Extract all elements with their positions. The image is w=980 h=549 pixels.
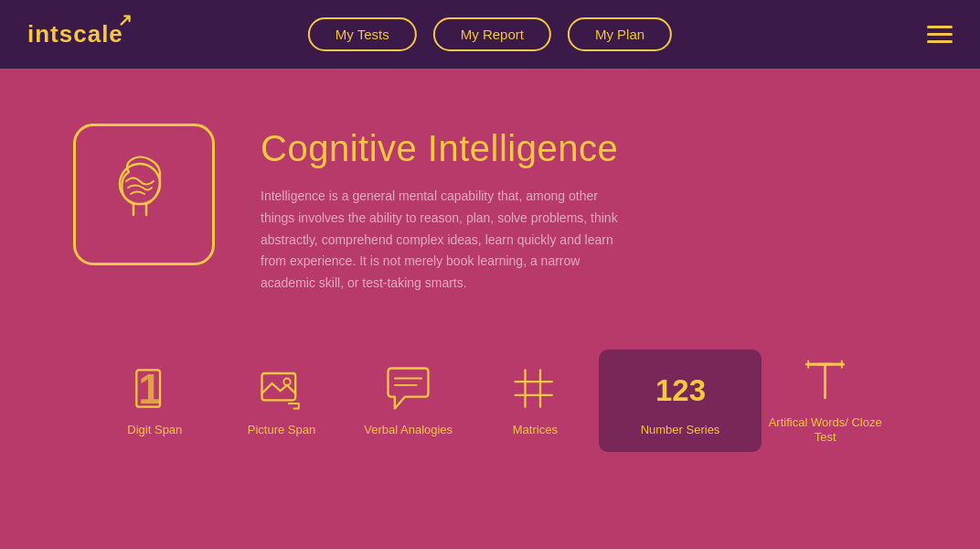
number-series-label: Number Series [641,423,720,438]
verbal-analogies-label: Verbal Analogies [364,423,453,438]
hamburger-line-1 [927,26,953,28]
my-tests-button[interactable]: My Tests [308,17,417,51]
artificial-words-label: Artifical Words/ Cloze Test [762,415,889,447]
logo-arrow-icon [118,13,134,29]
hamburger-line-2 [927,33,953,36]
main-content: Cognitive Intelligence Intelligence is a… [0,69,980,489]
test-item-picture-span[interactable]: Picture Span [218,363,346,438]
picture-span-icon [257,363,307,414]
brain-icon [99,149,190,241]
test-categories: 1 Digit Span Picture Span [73,350,907,452]
test-item-artificial-words[interactable]: Artifical Words/ Cloze Test [762,356,889,447]
logo-text: intscale [27,20,123,48]
digit-span-label: Digit Span [127,423,182,438]
my-report-button[interactable]: My Report [433,17,551,51]
verbal-analogies-icon [383,363,433,414]
number-series-icon: 123 [655,363,706,414]
hero-text: Cognitive Intelligence Intelligence is a… [261,124,626,295]
test-item-matrices[interactable]: Matrices [472,363,599,438]
hamburger-menu[interactable] [927,26,953,43]
nav-buttons: My Tests My Report My Plan [308,17,672,51]
test-item-digit-span[interactable]: 1 Digit Span [91,363,218,438]
hero-section: Cognitive Intelligence Intelligence is a… [73,124,907,295]
logo-area: intscale [27,20,123,48]
logo: intscale [27,20,123,48]
my-plan-button[interactable]: My Plan [568,17,672,51]
picture-span-label: Picture Span [248,423,315,438]
svg-rect-3 [261,373,295,400]
header: intscale My Tests My Report My Plan [0,0,980,69]
digit-span-icon: 1 [130,363,180,414]
hamburger-line-3 [927,40,953,43]
test-item-number-series[interactable]: 123 Number Series [599,350,762,452]
brain-icon-container [73,124,215,265]
svg-text:1: 1 [138,366,162,413]
matrices-icon [510,363,560,414]
artificial-words-icon [800,356,850,406]
hero-description: Intelligence is a general mental capabil… [261,186,626,295]
test-item-verbal-analogies[interactable]: Verbal Analogies [345,363,472,438]
svg-text:123: 123 [655,373,706,407]
matrices-label: Matrices [513,423,558,438]
hero-title: Cognitive Intelligence [261,128,626,169]
